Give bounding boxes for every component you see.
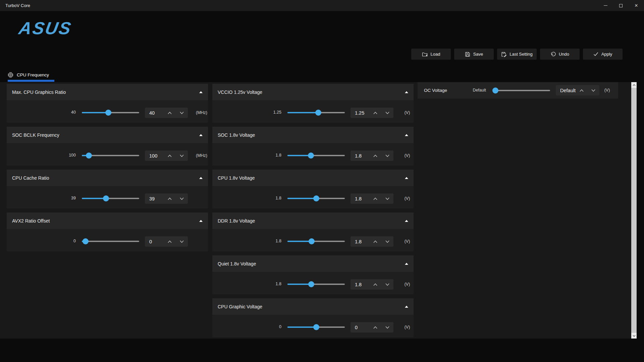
panel-header[interactable]: VCCIO 1.25v Voltage [212,84,414,100]
slider-value-label: Default [473,88,486,93]
increment-button[interactable] [369,150,381,161]
increment-button[interactable] [369,279,381,290]
decrement-button[interactable] [381,322,393,333]
increment-button[interactable] [164,193,176,204]
last-setting-button[interactable]: Last Setting [497,49,537,60]
minimize-button[interactable] [598,0,613,11]
panel-header[interactable]: CPU Graphic Voltage [212,298,414,315]
close-button[interactable]: ✕ [629,0,644,11]
increment-button[interactable] [164,236,176,247]
slider-fill [287,326,316,328]
panel-header[interactable]: Max. CPU Graphics Ratio [7,84,208,100]
panel-max-cpu-graphics-ratio: Max. CPU Graphics Ratio 40 40 (MHz) [7,84,208,123]
panel-header[interactable]: Quiet 1.8v Voltage [212,255,414,272]
slider-thumb[interactable] [315,110,321,116]
slider-thumb[interactable] [492,87,498,94]
decrement-button[interactable] [176,108,188,118]
decrement-button[interactable] [381,193,393,204]
panel-header[interactable]: SOC 1.8v Voltage [212,127,414,143]
value-slider[interactable] [287,241,345,242]
slider-thumb[interactable] [86,153,92,159]
slider-thumb[interactable] [105,110,111,116]
value-slider[interactable] [287,155,345,156]
spinner-value: 1.8 [355,153,369,159]
apply-button[interactable]: Apply [583,49,623,60]
titlebar: TurboV Core ✕ [0,0,644,11]
check-icon [593,52,598,56]
decrement-button[interactable] [176,150,188,161]
value-slider[interactable] [287,284,345,285]
value-slider[interactable] [82,241,139,242]
slider-thumb[interactable] [83,238,89,244]
vertical-scrollbar[interactable] [631,82,637,339]
decrement-button[interactable] [176,236,188,247]
value-slider[interactable] [493,90,550,91]
value-slider[interactable] [287,112,345,113]
slider-thumb[interactable] [313,195,319,201]
panel-title: Max. CPU Graphics Ratio [12,89,66,95]
slider-value-label: 1.8 [276,196,281,200]
value-slider[interactable] [82,155,139,156]
slider-thumb[interactable] [103,195,109,201]
minimize-icon [604,5,607,6]
increment-button[interactable] [576,85,588,96]
chevron-down-icon [385,155,389,157]
unit-label: (V) [397,196,418,201]
load-button[interactable]: Load [411,49,451,60]
decrement-button[interactable] [381,150,393,161]
unit-label: (V) [397,325,418,329]
slider-fill [287,284,311,285]
panel-header[interactable]: DDR 1.8v Voltage [212,213,414,229]
scrollbar-thumb[interactable] [631,88,637,333]
scroll-down-button[interactable] [631,333,637,339]
collapse-arrow-icon[interactable] [405,263,408,265]
slider-thumb[interactable] [308,153,314,159]
value-slider[interactable] [287,198,345,199]
action-toolbar: Load Save Last Setting Undo Apply [411,49,623,60]
increment-button[interactable] [369,108,381,118]
panel-header[interactable]: CPU 1.8v Voltage [212,170,414,186]
collapse-arrow-icon[interactable] [199,220,203,222]
scroll-up-button[interactable] [631,82,637,88]
collapse-arrow-icon[interactable] [199,91,203,93]
decrement-button[interactable] [176,193,188,204]
maximize-button[interactable] [613,0,629,11]
collapse-arrow-icon[interactable] [405,91,408,93]
increment-button[interactable] [369,236,381,247]
panel-header[interactable]: CPU Cache Ratio [7,170,208,186]
value-slider[interactable] [82,112,139,113]
slider-fill [82,112,108,113]
panel-title: SOC 1.8v Voltage [218,132,255,138]
slider-value-label: 0 [279,324,281,329]
chevron-up-icon [373,240,377,243]
decrement-button[interactable] [381,108,393,118]
spinner-value: 1.8 [355,239,369,244]
collapse-arrow-icon[interactable] [405,306,408,308]
panel-title: DDR 1.8v Voltage [218,218,255,224]
collapse-arrow-icon[interactable] [405,177,408,179]
decrement-button[interactable] [381,236,393,247]
save-button[interactable]: Save [454,49,494,60]
panel-header[interactable]: SOC BCLK Frequency [7,127,208,143]
value-slider[interactable] [287,326,345,328]
settings-column-left: Max. CPU Graphics Ratio 40 40 (MHz) SO [7,84,208,255]
increment-button[interactable] [164,150,176,161]
collapse-arrow-icon[interactable] [405,134,408,136]
collapse-arrow-icon[interactable] [199,134,203,136]
value-slider[interactable] [82,198,139,199]
chevron-up-icon [168,112,172,114]
slider-value-label: 39 [71,196,76,200]
decrement-button[interactable] [381,279,393,290]
tab-cpu-frequency[interactable]: CPU Frequency [8,70,49,79]
unit-label: (V) [597,88,618,93]
collapse-arrow-icon[interactable] [199,177,203,179]
collapse-arrow-icon[interactable] [405,220,408,222]
undo-button[interactable]: Undo [540,49,580,60]
panel-header[interactable]: AVX2 Ratio Offset [7,213,208,229]
increment-button[interactable] [369,322,381,333]
increment-button[interactable] [164,108,176,118]
increment-button[interactable] [369,193,381,204]
slider-thumb[interactable] [308,281,314,287]
slider-thumb[interactable] [309,238,315,244]
slider-thumb[interactable] [313,324,319,330]
